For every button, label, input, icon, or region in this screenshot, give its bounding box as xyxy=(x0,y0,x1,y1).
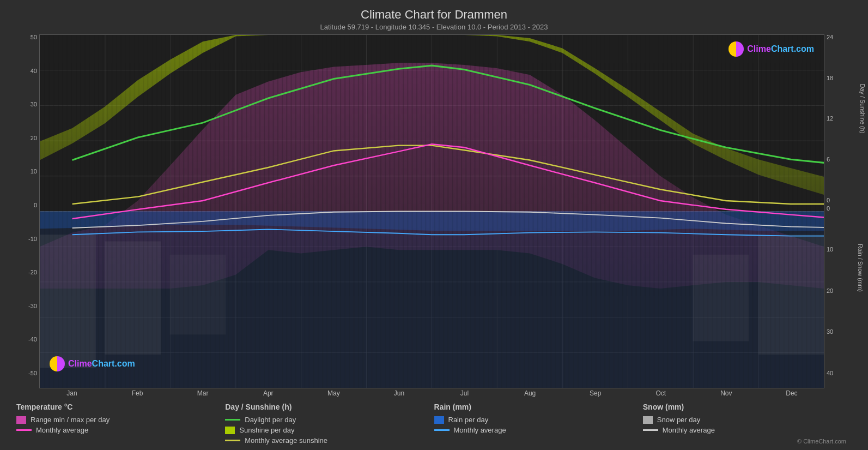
watermark-bottom: ClimeChart.com xyxy=(50,356,135,371)
legend-swatch-snow xyxy=(643,416,653,424)
x-label-jan: Jan xyxy=(39,389,105,397)
legend-label-snow-avg: Monthly average xyxy=(663,426,715,434)
legend-line-rain-avg xyxy=(434,429,450,431)
legend-title-sunshine: Day / Sunshine (h) xyxy=(225,403,434,411)
chart-area-wrapper: 50 40 30 20 10 0 -10 -20 -30 -40 -50 Cli… xyxy=(11,34,857,388)
legend-line-sunshine-avg xyxy=(225,440,240,441)
legend-item-snow-range: Snow per day xyxy=(643,416,852,424)
legend-label-rain-avg: Monthly average xyxy=(454,426,506,434)
copyright: © ClimeChart.com xyxy=(643,438,852,445)
x-label-may: May xyxy=(301,389,366,397)
legend-col-snow: Snow (mm) Snow per day Monthly average ©… xyxy=(643,403,852,445)
legend-item-sunshine-avg: Monthly average sunshine xyxy=(225,436,434,445)
legend-item-temp-avg: Monthly average xyxy=(16,426,225,434)
watermark-top: ClimeChart.com xyxy=(729,41,814,57)
legend-title-rain: Rain (mm) xyxy=(434,403,643,411)
legend-col-temperature: Temperature °C Range min / max per day M… xyxy=(16,403,225,445)
y-axis-left: 50 40 30 20 10 0 -10 -20 -30 -40 -50 xyxy=(11,34,39,388)
x-label-nov: Nov xyxy=(694,389,759,397)
chart-subtitle: Latitude 59.719 - Longitude 10.345 - Ele… xyxy=(11,23,857,31)
legend-title-temperature: Temperature °C xyxy=(16,403,225,411)
legend-line-temp-avg xyxy=(16,429,32,431)
chart-svg xyxy=(40,35,824,388)
chart-main: ClimeChart.com ClimeChart.com xyxy=(39,34,824,388)
x-label-apr: Apr xyxy=(235,389,301,397)
legend-swatch-temp-range xyxy=(16,416,26,424)
y-right-title-rain: Rain / Snow (mm) xyxy=(857,244,864,292)
legend-label-snow-range: Snow per day xyxy=(657,416,701,424)
climechart-icon-bottom xyxy=(50,356,65,371)
legend-item-sunshine-range: Sunshine per day xyxy=(225,426,434,434)
legend-area: Temperature °C Range min / max per day M… xyxy=(11,403,857,445)
y-axis-right: 24 18 12 6 0 0 10 20 30 40 Day / Sunshin… xyxy=(824,34,857,388)
legend-title-snow: Snow (mm) xyxy=(643,403,852,411)
legend-swatch-sunshine xyxy=(225,427,235,434)
legend-label-temp-range: Range min / max per day xyxy=(31,416,110,424)
legend-line-snow-avg xyxy=(643,429,658,431)
legend-label-rain-range: Rain per day xyxy=(448,416,489,424)
legend-item-rain-range: Rain per day xyxy=(434,416,643,424)
x-label-feb: Feb xyxy=(105,389,170,397)
y-right-title-sunshine: Day / Sunshine (h) xyxy=(859,83,865,133)
legend-label-temp-avg: Monthly average xyxy=(36,426,88,434)
x-axis: Jan Feb Mar Apr May Jun Jul Aug Sep Oct … xyxy=(39,388,824,398)
legend-label-daylight: Daylight per day xyxy=(245,416,296,424)
watermark-text-bottom: ClimeChart.com xyxy=(68,359,135,369)
page-wrapper: Climate Chart for Drammen Latitude 59.71… xyxy=(0,0,868,450)
watermark-text-top: ClimeChart.com xyxy=(747,44,814,54)
x-label-oct: Oct xyxy=(628,389,694,397)
chart-title: Climate Chart for Drammen xyxy=(11,8,857,22)
climechart-icon-top xyxy=(729,41,744,57)
x-label-mar: Mar xyxy=(170,389,235,397)
legend-swatch-rain xyxy=(434,416,444,424)
legend-label-sunshine-avg: Monthly average sunshine xyxy=(245,436,327,445)
legend-item-temp-range: Range min / max per day xyxy=(16,416,225,424)
legend-label-sunshine-range: Sunshine per day xyxy=(239,426,294,434)
legend-col-sunshine: Day / Sunshine (h) Daylight per day Suns… xyxy=(225,403,434,445)
legend-item-snow-avg: Monthly average xyxy=(643,426,852,434)
x-label-jul: Jul xyxy=(432,389,497,397)
legend-line-daylight xyxy=(225,419,240,421)
x-label-sep: Sep xyxy=(563,389,628,397)
legend-item-daylight: Daylight per day xyxy=(225,416,434,424)
x-label-aug: Aug xyxy=(497,389,563,397)
x-label-jun: Jun xyxy=(366,389,432,397)
legend-col-rain: Rain (mm) Rain per day Monthly average xyxy=(434,403,643,445)
legend-item-rain-avg: Monthly average xyxy=(434,426,643,434)
x-label-dec: Dec xyxy=(759,389,824,397)
